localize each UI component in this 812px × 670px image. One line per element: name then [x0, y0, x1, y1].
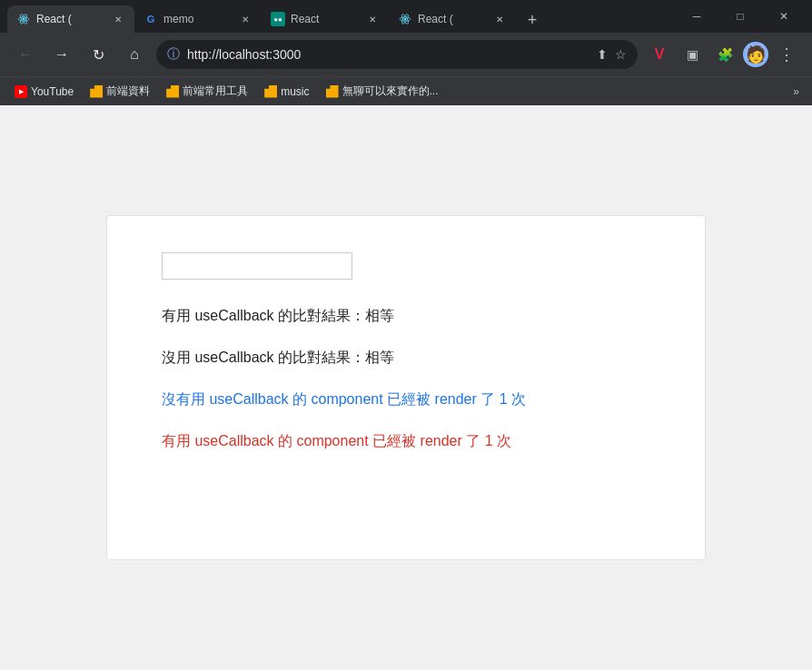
folder-icon-3 — [264, 85, 277, 98]
minimize-button[interactable]: ─ — [676, 2, 718, 31]
line-without-callback-render-count: 沒有用 useCallback 的 component 已經被 render 了… — [162, 389, 650, 410]
address-security-icon: ⓘ — [167, 46, 180, 63]
tab-close-2[interactable]: ✕ — [238, 12, 253, 26]
close-button[interactable]: ✕ — [763, 2, 805, 31]
maximize-button[interactable]: □ — [719, 2, 761, 31]
vivaldi-icon[interactable]: V — [645, 40, 674, 69]
bookmark-ideas[interactable]: 無聊可以來實作的... — [319, 80, 446, 103]
tab-close-1[interactable]: ✕ — [111, 12, 125, 26]
tab-close-4[interactable]: ✕ — [492, 12, 507, 26]
address-bar[interactable]: ⓘ http://localhost:3000 ⬆ ☆ — [156, 40, 638, 69]
line-with-callback-result: 有用 useCallback 的比對結果：相等 — [162, 305, 650, 327]
svg-point-0 — [23, 18, 25, 21]
new-tab-button[interactable]: + — [520, 7, 545, 33]
bookmarks-more-button[interactable]: » — [787, 82, 805, 102]
bookmark-youtube[interactable]: YouTube — [7, 82, 81, 102]
window-controls: ─ □ ✕ — [676, 2, 805, 31]
bookmark-label-3: music — [281, 85, 309, 98]
extensions-icon[interactable]: 🧩 — [710, 40, 739, 69]
address-text: http://localhost:3000 — [187, 47, 589, 62]
tabs-container: React ( ✕ G memo ✕ ●● React ✕ R — [7, 0, 676, 33]
tab-label-3: React — [291, 13, 360, 25]
react-tab-icon-1 — [16, 12, 31, 26]
folder-icon-2 — [166, 85, 179, 98]
bookmark-label-1: 前端資料 — [106, 84, 150, 99]
bookmarks-bar: YouTube 前端資料 前端常用工具 music 無聊可以來實作的... » — [0, 76, 812, 105]
bookmark-frontend-tools[interactable]: 前端常用工具 — [159, 80, 255, 103]
titlebar: React ( ✕ G memo ✕ ●● React ✕ R — [0, 0, 812, 33]
navbar: ← → ↻ ⌂ ⓘ http://localhost:3000 ⬆ ☆ V ▣ … — [0, 33, 812, 76]
page-content: 有用 useCallback 的比對結果：相等 沒用 useCallback 的… — [0, 105, 812, 670]
folder-icon-4 — [326, 85, 339, 98]
address-bookmark-icon: ☆ — [615, 47, 627, 62]
nav-right-icons: V ▣ 🧩 🧑 ⋮ — [645, 40, 801, 69]
back-button[interactable]: ← — [11, 40, 40, 69]
tab-meet[interactable]: ●● React ✕ — [262, 5, 389, 33]
tab-label-2: memo — [163, 13, 233, 25]
tab-label-1: React ( — [36, 13, 105, 25]
tab-memo[interactable]: G memo ✕ — [134, 5, 262, 33]
reload-button[interactable]: ↻ — [84, 40, 113, 69]
bookmark-label-2: 前端常用工具 — [183, 84, 248, 99]
home-button[interactable]: ⌂ — [120, 40, 149, 69]
forward-button[interactable]: → — [47, 40, 76, 69]
tab-react-1[interactable]: React ( ✕ — [7, 5, 134, 33]
avatar[interactable]: 🧑 — [743, 42, 768, 67]
bookmark-frontend-data[interactable]: 前端資料 — [83, 80, 157, 103]
folder-icon-1 — [90, 85, 103, 98]
bookmark-label-youtube: YouTube — [31, 85, 74, 98]
svg-point-4 — [404, 18, 407, 21]
tab-label-4: React ( — [418, 13, 487, 25]
tab-close-3[interactable]: ✕ — [365, 12, 380, 26]
menu-button[interactable]: ⋮ — [772, 40, 801, 69]
meet-tab-icon-3: ●● — [271, 12, 285, 26]
line-with-callback-render-count: 有用 useCallback 的 component 已經被 render 了 … — [162, 430, 650, 452]
bookmark-label-4: 無聊可以來實作的... — [342, 84, 439, 99]
address-share-icon: ⬆ — [597, 47, 608, 62]
bookmark-music[interactable]: music — [257, 82, 316, 102]
demo-input[interactable] — [162, 252, 352, 280]
youtube-icon — [15, 85, 27, 98]
tab-react-4[interactable]: React ( ✕ — [389, 5, 516, 33]
line-without-callback-result: 沒用 useCallback 的比對結果：相等 — [162, 347, 650, 369]
demo-card: 有用 useCallback 的比對結果：相等 沒用 useCallback 的… — [106, 215, 706, 560]
avatar-img: 🧑 — [746, 44, 766, 64]
react-tab-icon-4 — [398, 12, 412, 26]
sidebar-icon[interactable]: ▣ — [678, 40, 707, 69]
google-tab-icon-2: G — [144, 12, 158, 26]
